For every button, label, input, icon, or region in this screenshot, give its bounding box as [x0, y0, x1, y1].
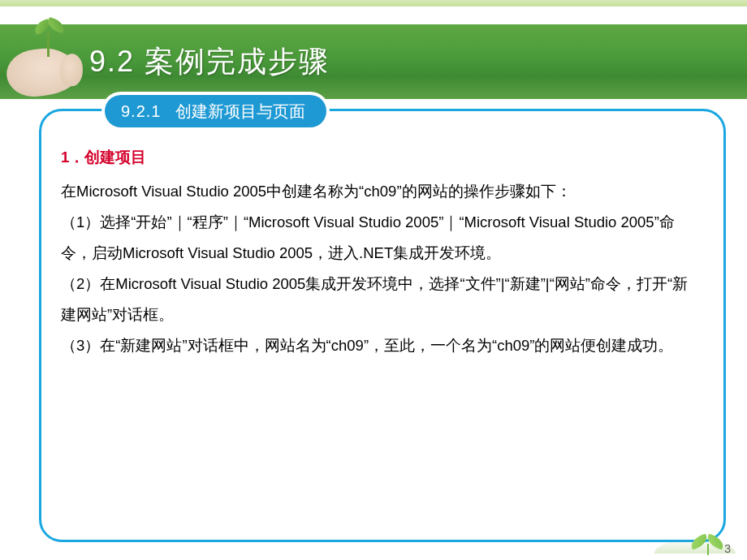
- subsection-number: 9.2.1: [121, 102, 161, 121]
- intro-text: 在Microsoft Visual Studio 2005中创建名称为“ch09…: [61, 176, 701, 207]
- sprout-icon: [32, 19, 65, 57]
- subsection-title: 创建新项目与页面: [175, 101, 305, 123]
- header-logo: [6, 15, 81, 102]
- subsection-pill: 9.2.1 创建新项目与页面: [105, 95, 326, 127]
- section-title: 1．创建项目: [61, 142, 701, 173]
- step-1: （1）选择“开始”｜“程序”｜“Microsoft Visual Studio …: [61, 207, 701, 269]
- content-body: 1．创建项目 在Microsoft Visual Studio 2005中创建名…: [41, 111, 723, 368]
- step-3: （3）在“新建网站”对话框中，网站名为“ch09”，至此，一个名为“ch09”的…: [61, 330, 701, 361]
- header-band: 9.2 案例完成步骤: [0, 24, 747, 99]
- page-title: 9.2 案例完成步骤: [89, 42, 330, 82]
- content-frame: 9.2.1 创建新项目与页面 1．创建项目 在Microsoft Visual …: [39, 109, 726, 542]
- page-number: 3: [724, 542, 731, 555]
- top-accent-bar: [0, 0, 747, 6]
- step-2: （2）在Microsoft Visual Studio 2005集成开发环境中，…: [61, 269, 701, 330]
